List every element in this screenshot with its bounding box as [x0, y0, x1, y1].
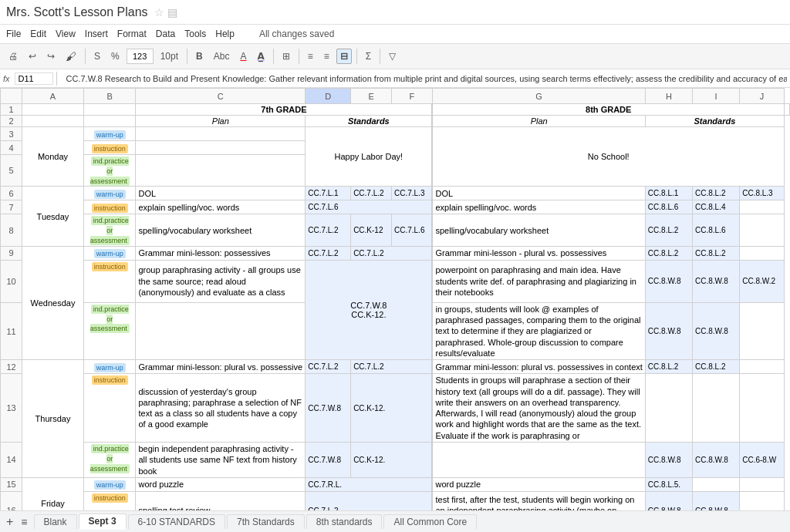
cell-E12[interactable]: CC.7.L.2 [351, 360, 433, 374]
cell-D8[interactable]: CC.7.L.2 [306, 214, 351, 246]
col-G[interactable]: G [432, 89, 645, 104]
menu-data[interactable]: Data [156, 29, 175, 39]
cell-D15[interactable]: CC.7.R.L. [306, 477, 433, 491]
col-A[interactable]: A [22, 89, 84, 104]
cell-C16[interactable]: spelling test review [136, 491, 306, 510]
cell-J13[interactable] [740, 374, 785, 443]
filter-btn[interactable]: ▽ [385, 49, 400, 64]
cell-J1[interactable] [785, 104, 790, 116]
cell-I9[interactable]: CC.8.L.2 [693, 246, 740, 260]
row-4[interactable]: 4 [1, 141, 22, 155]
cell-C6[interactable]: DOL [136, 187, 306, 200]
text-wrap-btn[interactable]: ⊟ [336, 49, 352, 64]
cell-B4[interactable]: instruction [83, 141, 136, 155]
cell-B9[interactable]: warm-up [83, 246, 136, 260]
cell-H15[interactable]: CC.8.L.5. [645, 477, 692, 491]
cell-G16[interactable]: test first, after the test, students wil… [432, 491, 645, 510]
cell-B6[interactable]: warm-up [83, 187, 136, 200]
col-D[interactable]: D [306, 89, 351, 104]
cell-H12[interactable]: CC.8.L.2 [645, 360, 692, 374]
row-2[interactable]: 2 [1, 116, 22, 127]
menu-edit[interactable]: Edit [30, 29, 46, 39]
cell-D13[interactable]: CC.7.W.8 [306, 374, 351, 443]
align-btn[interactable]: ≡ [304, 49, 317, 64]
cell-G10[interactable]: powerpoint on paraphrasing and main idea… [432, 260, 645, 302]
cell-B13[interactable]: instruction [83, 374, 136, 443]
tab-all-common-core[interactable]: All Common Core [383, 514, 477, 529]
menu-tools[interactable]: Tools [184, 29, 206, 39]
menu-file[interactable]: File [6, 29, 21, 39]
zoom-input[interactable] [127, 49, 154, 64]
cell-B1[interactable] [83, 104, 136, 116]
cell-H10[interactable]: CC.8.W.8 [645, 260, 692, 302]
redo-btn[interactable]: ↪ [43, 49, 59, 64]
cell-J15[interactable] [740, 477, 785, 491]
print-btn[interactable]: 🖨 [5, 49, 22, 64]
paint-format-btn[interactable]: 🖌 [62, 48, 80, 65]
cell-C2[interactable]: Plan [136, 116, 306, 127]
row-16[interactable]: 16 [1, 491, 22, 510]
row-5[interactable]: 5 [1, 155, 22, 187]
cell-I13[interactable] [693, 374, 740, 443]
row-1[interactable]: 1 [1, 104, 22, 116]
col-I[interactable]: I [693, 89, 740, 104]
cell-reference[interactable] [15, 72, 53, 85]
undo-btn[interactable]: ↩ [25, 49, 40, 64]
cell-C15[interactable]: word puzzle [136, 477, 306, 491]
cell-F6[interactable]: CC.7.L.3 [391, 187, 432, 200]
cell-D10[interactable]: CC.7.W.8CC.K-12. [306, 260, 433, 359]
col-J[interactable]: J [740, 89, 785, 104]
cell-G9[interactable]: Grammar mini-lesson - plural vs. possess… [432, 246, 645, 260]
cell-J14[interactable]: CC.6-8.W [740, 443, 785, 478]
cell-G1[interactable]: 8th GRADE [432, 104, 784, 116]
add-sheet-btn[interactable]: + [3, 515, 16, 529]
tab-8th-standards[interactable]: 8th standards [306, 514, 383, 529]
menu-help[interactable]: Help [215, 29, 235, 39]
cell-H9[interactable]: CC.8.L.2 [645, 246, 692, 260]
cell-C8[interactable]: spelling/vocabulary worksheet [136, 214, 306, 246]
cell-C5[interactable] [136, 155, 306, 187]
cell-J6[interactable]: CC.8.L.3 [740, 187, 785, 200]
cell-J8[interactable] [740, 214, 785, 246]
col-B[interactable]: B [83, 89, 136, 104]
star-icon[interactable]: ☆ [154, 6, 164, 19]
cell-D2[interactable]: Standards [306, 116, 433, 127]
cell-J10[interactable]: CC.8.W.2 [740, 260, 785, 302]
tab-7th-standards[interactable]: 7th Standards [227, 514, 305, 529]
row-9[interactable]: 9 [1, 246, 22, 260]
cell-I10[interactable]: CC.8.W.8 [693, 260, 740, 302]
row-3[interactable]: 3 [1, 127, 22, 141]
cell-J11[interactable] [740, 302, 785, 359]
cell-C14[interactable]: begin independent paraphrasing activity … [136, 443, 306, 478]
cell-C7[interactable]: explain spelling/voc. words [136, 200, 306, 214]
row-8[interactable]: 8 [1, 214, 22, 246]
cell-B5[interactable]: ind.practiceorassessment [83, 155, 136, 187]
cell-A6[interactable]: Tuesday [22, 187, 84, 246]
row-10[interactable]: 10 [1, 260, 22, 302]
cell-F8[interactable]: CC.7.L.6 [391, 214, 432, 246]
cell-B12[interactable]: warm-up [83, 360, 136, 374]
cell-D16[interactable]: CC.7.L.2. [306, 491, 433, 510]
cell-G7[interactable]: explain spelling/voc. words [432, 200, 645, 214]
cell-J12[interactable] [740, 360, 785, 374]
cell-B2[interactable] [83, 116, 136, 127]
cell-B3[interactable]: warm-up [83, 127, 136, 141]
cell-E6[interactable]: CC.7.L.2 [351, 187, 392, 200]
cell-C9[interactable]: Grammar mini-lesson: possessives [136, 246, 306, 260]
cell-A9[interactable]: Wednesday [22, 246, 84, 359]
cell-H6[interactable]: CC.8.L.1 [645, 187, 692, 200]
menu-format[interactable]: Format [117, 29, 147, 39]
cell-I6[interactable]: CC.8.L.2 [693, 187, 740, 200]
cell-G8[interactable]: spelling/vocabulary worksheet [432, 214, 645, 246]
cell-C10[interactable]: group paraphrasing activity - all groups… [136, 260, 306, 302]
cell-I7[interactable]: CC.8.L.4 [693, 200, 740, 214]
highlight-btn[interactable]: A̲ [253, 49, 268, 64]
cell-H16[interactable]: CC.8.W.8 [645, 491, 692, 510]
cell-C1[interactable]: 7th GRADE [136, 104, 433, 116]
cell-H11[interactable]: CC.8.W.8 [645, 302, 692, 359]
col-C[interactable]: C [136, 89, 306, 104]
folder-icon[interactable]: ▤ [167, 6, 177, 19]
row-14[interactable]: 14 [1, 443, 22, 478]
cell-H8[interactable]: CC.8.L.2 [645, 214, 692, 246]
cell-A12[interactable]: Thursday [22, 360, 84, 478]
